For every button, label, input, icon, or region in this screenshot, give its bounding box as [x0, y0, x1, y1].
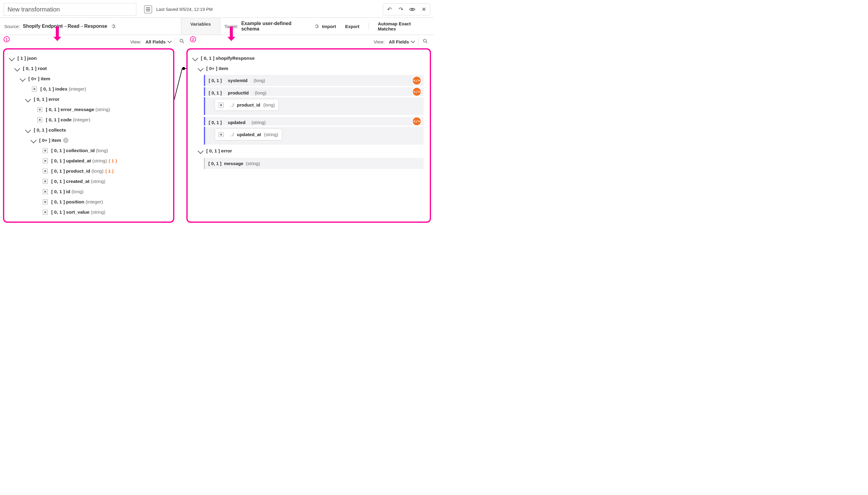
target-view-dropdown[interactable]: All Fields [389, 39, 414, 45]
script-badge-icon[interactable]: </> [413, 88, 421, 96]
tree-node-collects-item[interactable]: [ 0+ ] item i [29, 135, 170, 146]
node-name: root [38, 66, 47, 71]
automap-button[interactable]: Automap Exact Matches [378, 21, 430, 31]
tree-node-json[interactable]: [ 1 ] json [7, 53, 170, 63]
script-badge-icon[interactable]: </> [413, 77, 421, 85]
mapped-field-systemid[interactable]: [ 0, 1 ] systemId (long) </> [204, 75, 424, 86]
source-view-dropdown[interactable]: All Fields [145, 39, 171, 45]
tree-leaf-index[interactable]: [ 0, 1 ] index (integer) [23, 84, 170, 94]
cardinality: [ 0, 1 ] [46, 117, 59, 122]
expand-toggle[interactable] [31, 137, 36, 143]
cardinality: [ 0, 1 ] [46, 107, 59, 112]
expand-toggle[interactable] [14, 66, 20, 71]
tree-leaf-error-message[interactable]: [ 0, 1 ] error_message (string) [29, 104, 170, 115]
node-type: (string) [92, 158, 107, 164]
tree-node-collects[interactable]: [ 0, 1 ] collects [23, 125, 170, 135]
tree-node-target-item[interactable]: [ 0+ ] item [196, 63, 427, 74]
mapped-field-updated[interactable]: [ 0, 1 ] updated (string) </> [204, 117, 424, 125]
tree-leaf-id[interactable]: [ 0, 1 ] id (long) [34, 187, 170, 197]
cardinality: [ 0, 1 ] [51, 209, 65, 215]
source-label: Source: [4, 24, 20, 29]
node-type: (long) [254, 78, 265, 83]
node-name: systemId [228, 78, 248, 83]
variables-tab[interactable]: Variables [181, 18, 220, 35]
source-view-label: View: [130, 39, 141, 45]
expand-toggle[interactable] [9, 55, 15, 61]
close-button[interactable]: ✕ [419, 5, 429, 14]
info-icon[interactable]: i [63, 138, 69, 143]
mapping-name: product_id [237, 102, 261, 107]
tree-node-item[interactable]: [ 0+ ] item [18, 74, 170, 84]
cardinality: [ 0, 1 ] [51, 199, 65, 205]
cardinality: [ 0, 1 ] [206, 148, 220, 154]
node-name: json [27, 55, 37, 61]
node-name: item [52, 138, 61, 143]
tree-node-shopify-response[interactable]: [ 0, 1 ] shopifyResponse [191, 53, 427, 63]
source-value: Shopify Endpoint→Read→Response [23, 23, 107, 29]
cardinality: [ 0, 1 ] [209, 78, 222, 83]
redo-button[interactable]: ↷ [396, 5, 406, 14]
svg-line-4 [426, 42, 427, 43]
export-button[interactable]: Export [345, 24, 359, 29]
tree-leaf-position[interactable]: [ 0, 1 ] position (integer) [34, 197, 170, 207]
unmapped-field-message[interactable]: [ 0, 1 ] message (string) [204, 158, 424, 169]
node-type: (long) [96, 148, 108, 153]
target-settings-icon[interactable] [314, 23, 319, 29]
mapped-field-productid[interactable]: [ 0, 1 ] productId (long) </> [204, 87, 424, 96]
node-name: message [224, 161, 243, 166]
tree-leaf-collection-id[interactable]: [ 0, 1 ] collection_id (long) [34, 146, 170, 156]
script-badge-icon[interactable]: </> [413, 117, 421, 125]
tree-node-root[interactable]: [ 0, 1 ] root [13, 63, 170, 74]
tree-leaf-product-id[interactable]: [ 0, 1 ] product_id (long) ( 1 ) [34, 166, 170, 176]
expand-toggle[interactable] [197, 66, 203, 71]
tree-leaf-updated-at[interactable]: [ 0, 1 ] updated_at (string) ( 1 ) [34, 156, 170, 166]
source-mapping-chip[interactable]: ../ updated_at (string) [215, 129, 282, 140]
tree-leaf-sort-value[interactable]: [ 0, 1 ] sort_value (string) [34, 207, 170, 217]
node-name: updated [228, 120, 246, 125]
leaf-icon [37, 117, 42, 122]
leaf-icon [37, 107, 42, 112]
node-type: (integer) [86, 199, 103, 205]
node-type: (string) [251, 120, 266, 125]
leaf-icon [43, 169, 48, 173]
tree-leaf-created-at[interactable]: [ 0, 1 ] created_at (string) [34, 176, 170, 187]
expand-toggle[interactable] [25, 127, 31, 133]
node-type: (long) [92, 168, 104, 174]
dropdown-value: All Fields [145, 39, 165, 45]
leaf-icon [43, 189, 48, 194]
undo-button[interactable]: ↶ [384, 5, 394, 14]
cardinality: [ 0, 1 ] [34, 127, 47, 133]
source-schema-panel: [ 1 ] json [ 0, 1 ] root [ 0+ ] item [ 0… [3, 48, 174, 223]
source-mapping-chip[interactable]: ../ product_id (long) [215, 99, 279, 111]
expand-toggle[interactable] [192, 55, 198, 61]
transformation-title-input[interactable] [4, 3, 136, 16]
source-settings-icon[interactable] [110, 23, 116, 29]
source-search-icon[interactable] [179, 38, 184, 45]
mapping-type: (string) [264, 132, 278, 137]
node-type: (long) [255, 90, 266, 96]
cardinality: [ 0+ ] [28, 76, 39, 82]
cardinality: [ 0, 1 ] [209, 120, 222, 125]
preview-button[interactable] [407, 5, 418, 14]
expand-toggle[interactable] [20, 76, 25, 82]
svg-line-2 [182, 42, 184, 43]
node-name: code [60, 117, 71, 122]
tree-node-target-error[interactable]: [ 0, 1 ] error [196, 146, 427, 156]
target-search-icon[interactable] [423, 38, 428, 45]
node-name: error [49, 97, 59, 102]
expand-toggle[interactable] [197, 148, 203, 154]
divider [175, 38, 175, 45]
editor-toolbar: ↶ ↷ ✕ [383, 3, 430, 15]
tree-node-error[interactable]: [ 0, 1 ] error [23, 94, 170, 104]
notes-icon[interactable] [144, 5, 152, 13]
leaf-icon [219, 103, 224, 107]
node-type: (string) [91, 209, 105, 215]
tree-leaf-code[interactable]: [ 0, 1 ] code (integer) [29, 115, 170, 125]
import-button[interactable]: Import [322, 24, 336, 29]
node-name: id [66, 189, 70, 194]
target-schema-panel: [ 0, 1 ] shopifyResponse [ 0+ ] item [ 0… [187, 48, 431, 223]
expand-toggle[interactable] [25, 96, 31, 102]
node-name: collection_id [66, 148, 95, 153]
last-saved-text: Last Saved 9/5/24, 12:19 PM [156, 7, 213, 12]
node-type: (string) [91, 179, 105, 184]
